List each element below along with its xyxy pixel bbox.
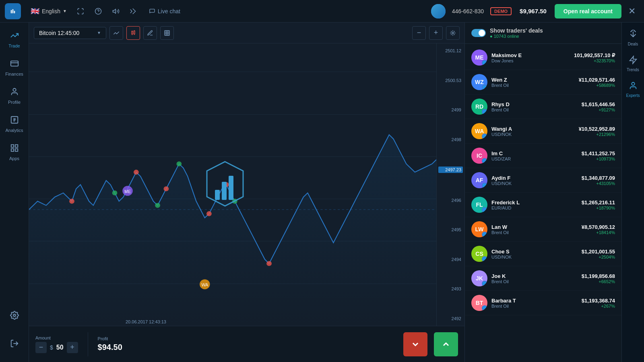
trader-profit: $1,340,877.09 +43105% [582, 175, 615, 186]
logout-icon [10, 339, 19, 350]
trader-row[interactable]: ME 🌐 Maksimov E Dow Jones 101,992,557.10… [465, 45, 621, 70]
trader-amount: $1,340,877.09 [582, 175, 615, 181]
amount-control: − $ 50 + [35, 342, 78, 353]
trade-icon [10, 31, 19, 42]
trader-flag-icon: 🌐 [482, 134, 487, 139]
help-button[interactable] [91, 4, 105, 19]
sidebar-item-settings[interactable] [1, 302, 28, 330]
trends-icon [629, 56, 638, 66]
flag-icon: 🇬🇧 [31, 7, 39, 16]
svg-point-35 [232, 199, 237, 204]
close-button[interactable]: ✕ [625, 4, 639, 19]
trader-asset: Brent Oil [491, 107, 582, 112]
price-label-5: 2496 [438, 198, 463, 203]
trader-amount: $1,615,446.56 [582, 101, 615, 107]
trader-pct: +18790% [582, 206, 615, 210]
svg-text:ME: ME [124, 189, 131, 194]
trader-pct: +18414% [582, 230, 615, 235]
trader-pct: +21296% [579, 132, 615, 137]
experts-label: Experts [626, 93, 640, 98]
livechat-button[interactable]: Live chat [144, 6, 185, 16]
price-label-9: 2492 [438, 316, 463, 321]
sound-button[interactable] [109, 4, 123, 19]
trader-flag-icon: 🌐 [482, 84, 487, 90]
sidebar-item-profile-label: Profile [8, 100, 21, 105]
trader-profit: ¥11,029,571.46 +58689% [579, 77, 615, 88]
svg-point-27 [69, 199, 74, 204]
trader-name: Rhys D [491, 101, 582, 107]
chart-line-button[interactable] [109, 26, 123, 40]
far-right-deals[interactable]: Deals [623, 26, 644, 50]
trader-info: Im C USD/ZAR [491, 150, 582, 161]
trader-pct: +58689% [579, 83, 615, 88]
svg-point-12 [13, 314, 16, 317]
svg-point-33 [206, 211, 212, 216]
trader-name: Aydin F [491, 175, 582, 181]
trader-row[interactable]: FL 🌐 Frederick L EUR/AUD $1,265,216.11 +… [465, 193, 621, 217]
trader-row[interactable]: IC 🌐 Im C USD/ZAR $1,411,252.75 +10973% [465, 144, 621, 168]
trader-avatar: IC 🌐 [471, 148, 487, 164]
svg-point-28 [112, 190, 118, 195]
sidebar-item-analytics[interactable]: Analytics [1, 110, 28, 138]
online-dot: ● [490, 34, 494, 39]
amount-minus-button[interactable]: − [35, 342, 47, 353]
chart-grid-button[interactable] [160, 26, 174, 40]
trader-row[interactable]: LW 🌐 Lan W Brent Oil ¥8,570,905.12 +1841… [465, 217, 621, 242]
trader-row[interactable]: RD 🌐 Rhys D Brent Oil $1,615,446.56 +912… [465, 95, 621, 119]
finances-icon [10, 59, 19, 70]
apps-icon [10, 144, 19, 154]
main-layout: Trade Finances Profile [0, 23, 644, 362]
signal-button[interactable] [126, 4, 141, 19]
trader-row[interactable]: WZ 🌐 Wen Z Brent Oil ¥11,029,571.46 +586… [465, 70, 621, 95]
traders-toggle[interactable] [471, 29, 486, 37]
price-label-6: 2495 [438, 227, 463, 232]
traders-list: ME 🌐 Maksimov E Dow Jones 101,992,557.10… [465, 44, 621, 362]
trader-info: Lan W Brent Oil [491, 224, 582, 235]
left-sidebar: Trade Finances Profile [0, 23, 29, 362]
chart-candle-button[interactable] [126, 26, 140, 40]
far-right-sidebar: Deals Trends Experts [621, 23, 644, 362]
trader-row[interactable]: WA 🌐 Wangi A USD/NOK ¥10,522,952.89 +212… [465, 119, 621, 144]
trader-avatar: LW 🌐 [471, 221, 487, 237]
trader-amount: $1,201,001.55 [582, 249, 615, 255]
asset-selector[interactable]: Bitcoin 12:45:00 ▼ [34, 27, 106, 39]
amount-plus-button[interactable]: + [67, 342, 78, 353]
chart-canvas[interactable]: ME WA 2501.12 2500.53 2499 [29, 43, 464, 326]
trader-avatar: WZ 🌐 [471, 74, 487, 90]
trade-up-button[interactable] [434, 332, 458, 356]
trader-amount: $1,411,252.75 [582, 150, 615, 156]
svg-point-25 [452, 32, 454, 34]
experts-icon [629, 81, 638, 92]
trader-avatar: JK 🌐 [471, 270, 487, 286]
trader-row[interactable]: JK 🌐 Joe K Brent Oil $1,199,856.68 +6652… [465, 266, 621, 291]
chart-draw-button[interactable] [143, 26, 157, 40]
trader-pct: +43105% [582, 181, 615, 186]
sidebar-item-finances[interactable]: Finances [1, 54, 28, 81]
far-right-experts[interactable]: Experts [623, 77, 644, 101]
open-account-button[interactable]: Open real account [555, 4, 621, 19]
far-right-trends[interactable]: Trends [623, 51, 644, 76]
amount-section: Amount − $ 50 + [35, 335, 78, 353]
trader-row[interactable]: BT 🌐 Barbara T Brent Oil $1,193,368.74 +… [465, 291, 621, 315]
app-logo[interactable] [5, 3, 21, 19]
trader-asset: EUR/AUD [491, 206, 582, 210]
svg-point-34 [224, 182, 229, 187]
user-id: 446-662-830 [452, 8, 484, 14]
trader-profit: $1,265,216.11 +18790% [582, 200, 615, 210]
language-selector[interactable]: 🇬🇧 English ▼ [27, 5, 70, 17]
trade-down-button[interactable] [403, 332, 427, 356]
chart-zoom-out[interactable]: − [412, 26, 426, 40]
trader-row[interactable]: CS 🌐 Choe S USD/NOK $1,201,001.55 +2504% [465, 242, 621, 266]
sidebar-item-trade[interactable]: Trade [1, 26, 28, 53]
sidebar-item-logout[interactable] [1, 331, 28, 358]
trader-row[interactable]: AF 🌐 Aydin F USD/NOK $1,340,877.09 +4310… [465, 168, 621, 193]
trader-profit: $1,201,001.55 +2504% [582, 249, 615, 259]
sidebar-item-profile[interactable]: Profile [1, 82, 28, 109]
demo-badge: DEMO [490, 7, 512, 15]
fullscreen-button[interactable] [73, 4, 88, 19]
trader-amount: $1,193,368.74 [582, 298, 615, 304]
chart-zoom-in[interactable]: + [429, 26, 443, 40]
chart-settings[interactable] [446, 26, 460, 40]
sidebar-item-apps[interactable]: Apps [1, 138, 28, 166]
trader-profit: 101,992,557.10 ₽ +323570% [574, 52, 615, 63]
